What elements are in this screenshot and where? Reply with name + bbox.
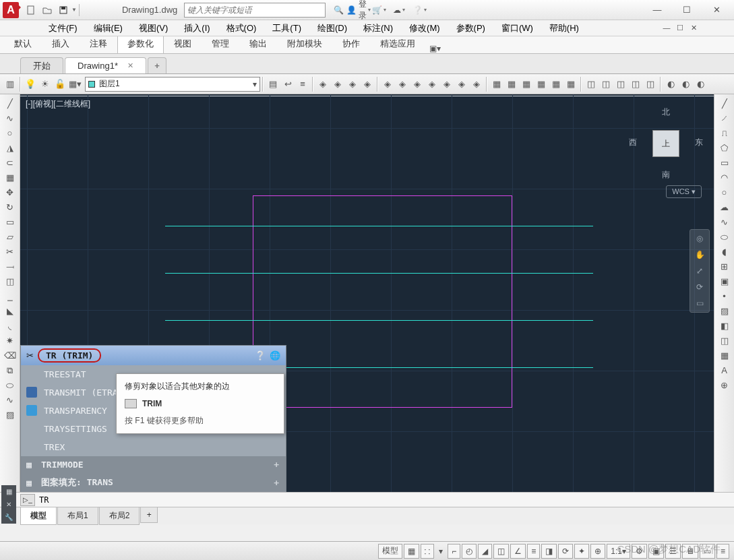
viewcube-east[interactable]: 东 <box>695 137 703 148</box>
app-logo[interactable]: A <box>3 2 19 18</box>
fillet-icon[interactable]: ◟ <box>3 319 17 332</box>
layer-plot-icon[interactable]: ▦▾ <box>68 77 82 91</box>
ribbon-tab-default[interactable]: 默认 <box>4 34 42 53</box>
status-ortho-icon[interactable]: ⌐ <box>448 544 460 559</box>
file-tab-drawing1[interactable]: Drawing1*✕ <box>65 57 146 73</box>
help-icon[interactable]: ❔ <box>412 3 427 18</box>
layer-bulb-icon[interactable]: 💡 <box>24 77 37 91</box>
nav-orbit-icon[interactable]: ⟳ <box>696 282 703 292</box>
tb-b4-icon[interactable]: ▦ <box>534 77 548 91</box>
ellipse-icon[interactable]: ⬭ <box>3 379 17 392</box>
offset-icon[interactable]: ⊂ <box>3 156 17 169</box>
tb-match-icon[interactable]: ▤ <box>266 77 280 91</box>
file-tab-start[interactable]: 开始 <box>20 57 63 73</box>
nav-pan-icon[interactable]: ✋ <box>695 250 705 259</box>
tb-d2-icon[interactable]: ◐ <box>679 77 692 91</box>
ribbon-tab-manage[interactable]: 管理 <box>202 34 239 53</box>
tb-g11-icon[interactable]: ◈ <box>470 77 483 91</box>
tb-d3-icon[interactable]: ◐ <box>694 77 707 91</box>
tb-c3-icon[interactable]: ◫ <box>614 77 628 91</box>
tb-g6-icon[interactable]: ◈ <box>396 77 409 91</box>
r-block-icon[interactable]: ▣ <box>718 275 731 288</box>
menu-file[interactable]: 文件(F) <box>40 20 86 36</box>
cmd-section-trimmode[interactable]: ▦TRIMMODE+ <box>21 456 286 473</box>
status-otrack-icon[interactable]: ∠ <box>510 544 526 559</box>
qat-new-icon[interactable] <box>24 3 38 18</box>
tb-d1-icon[interactable]: ◐ <box>664 77 677 91</box>
status-lwt-icon[interactable]: ≡ <box>527 544 540 559</box>
tb-b3-icon[interactable]: ▦ <box>520 77 533 91</box>
palette-tab-3[interactable]: 🔧 <box>1 511 16 524</box>
r-ellipsearc-icon[interactable]: ◖ <box>718 245 731 258</box>
menu-insert[interactable]: 插入(I) <box>176 20 218 36</box>
status-dyn-icon[interactable]: ⊕ <box>590 544 605 559</box>
qat-open-icon[interactable] <box>40 3 55 18</box>
ribbon-tab-view[interactable]: 视图 <box>164 34 202 53</box>
cmd-item-trex[interactable]: TREX <box>21 438 286 456</box>
hatch-icon[interactable]: ▨ <box>3 408 17 421</box>
command-prompt-icon[interactable]: ▷_ <box>20 494 35 506</box>
move-icon[interactable]: ✥ <box>3 186 17 199</box>
tb-b2-icon[interactable]: ▦ <box>505 77 518 91</box>
tb-g10-icon[interactable]: ◈ <box>455 77 468 91</box>
login-button[interactable]: 👤登录 <box>351 3 366 18</box>
menu-tools[interactable]: 工具(T) <box>264 20 309 36</box>
maximize-button[interactable]: ☐ <box>672 1 702 20</box>
erase-icon[interactable]: ⌫ <box>3 349 17 362</box>
scale-icon[interactable]: ▭ <box>3 216 17 228</box>
status-model[interactable]: 模型 <box>378 544 402 559</box>
layer-sun-icon[interactable]: ☀ <box>38 77 52 91</box>
r-point-icon[interactable]: • <box>718 290 731 303</box>
ribbon-tab-parametric[interactable]: 参数化 <box>117 34 164 53</box>
nav-wheel-icon[interactable]: ◎ <box>696 234 703 243</box>
r-revcloud-icon[interactable]: ☁ <box>718 201 731 214</box>
search-input[interactable] <box>184 3 326 18</box>
r-mtext-icon[interactable]: A <box>718 364 731 377</box>
tb-g3-icon[interactable]: ◈ <box>346 77 359 91</box>
array-icon[interactable]: ▦ <box>3 171 17 184</box>
trim-icon[interactable]: ✂ <box>3 245 17 258</box>
menu-view[interactable]: 视图(V) <box>131 20 176 36</box>
layout-tab-1[interactable]: 布局1 <box>57 507 98 525</box>
status-osnap-icon[interactable]: ◫ <box>493 544 509 559</box>
tb-state-icon[interactable]: ≡ <box>296 77 309 91</box>
tb-g1-icon[interactable]: ◈ <box>316 77 330 91</box>
menu-parameters[interactable]: 参数(P) <box>448 20 493 36</box>
menu-edit[interactable]: 编辑(E) <box>86 20 131 36</box>
r-table-icon[interactable]: ▦ <box>718 349 731 362</box>
minimize-button[interactable]: — <box>642 1 672 20</box>
status-grid-icon[interactable]: ▦ <box>404 544 419 559</box>
status-cycle-icon[interactable]: ⟳ <box>558 544 573 559</box>
command-suggest-header[interactable]: ✂ TR (TRIM) ❔🌐 <box>21 346 286 365</box>
tb-c1-icon[interactable]: ◫ <box>584 77 598 91</box>
tb-g2-icon[interactable]: ◈ <box>331 77 344 91</box>
r-insert-icon[interactable]: ⊞ <box>718 260 731 273</box>
layer-properties-icon[interactable]: ▥ <box>3 77 17 91</box>
status-polar-icon[interactable]: ◴ <box>462 544 477 559</box>
tb-c2-icon[interactable]: ◫ <box>599 77 613 91</box>
r-arc-icon[interactable]: ◠ <box>718 171 731 184</box>
palette-tab-2[interactable]: ✕ <box>1 498 16 511</box>
chamfer-icon[interactable]: ◣ <box>3 305 17 317</box>
ribbon-more-icon[interactable]: ▣▾ <box>429 44 441 53</box>
nav-zoom-icon[interactable]: ⤢ <box>696 266 703 276</box>
r-polygon-icon[interactable]: ⬠ <box>718 142 731 154</box>
tb-c4-icon[interactable]: ◫ <box>629 77 642 91</box>
ribbon-tab-collab[interactable]: 协作 <box>332 34 370 53</box>
tb-b5-icon[interactable]: ▦ <box>549 77 563 91</box>
wcs-label[interactable]: WCS ▾ <box>666 185 702 198</box>
app-exchange-icon[interactable]: ☁ <box>392 3 406 18</box>
r-addsel-icon[interactable]: ⊕ <box>718 379 731 392</box>
status-iso-icon[interactable]: ◢ <box>478 544 492 559</box>
cmd-help-icon[interactable]: ❔ <box>255 350 266 361</box>
navigation-bar[interactable]: ◎ ✋ ⤢ ⟳ ▭ <box>690 229 710 313</box>
status-snap-icon[interactable]: ⸬ <box>421 544 434 559</box>
spline-icon[interactable]: ∿ <box>3 394 17 406</box>
tb-c5-icon[interactable]: ◫ <box>644 77 657 91</box>
tb-g8-icon[interactable]: ◈ <box>425 77 439 91</box>
palette-tab-1[interactable]: ▦ <box>1 485 16 498</box>
r-construction-icon[interactable]: ⟋ <box>718 112 731 125</box>
menu-draw[interactable]: 绘图(D) <box>309 20 355 36</box>
explode-icon[interactable]: ✷ <box>3 334 17 347</box>
stretch-icon[interactable]: ▱ <box>3 230 17 243</box>
